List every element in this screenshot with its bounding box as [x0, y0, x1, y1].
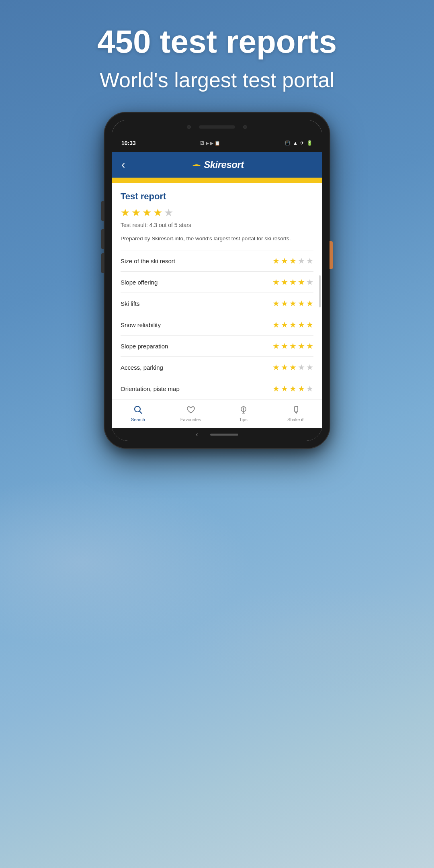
nav-search[interactable]: Search	[112, 405, 164, 422]
search-label: Search	[131, 417, 145, 422]
content-area: Test report ★ ★ ★ ★ ★ Test result: 4.3 o…	[112, 183, 322, 399]
rating-stars-orientation: ★ ★ ★ ★ ★	[272, 385, 313, 393]
rating-label-slope: Slope offering	[121, 279, 158, 286]
back-button[interactable]: ‹	[118, 156, 128, 174]
camera-dot-2	[243, 125, 247, 129]
nav-tips[interactable]: Tips	[217, 405, 270, 422]
rating-label-snow: Snow reliability	[121, 321, 161, 328]
rating-stars-access: ★ ★ ★ ★ ★	[272, 363, 313, 371]
nav-favourites[interactable]: Favourites	[164, 405, 217, 422]
app-header: ‹ Skiresort	[112, 152, 322, 178]
rating-stars-snow: ★ ★ ★ ★ ★	[272, 321, 313, 329]
rating-stars-size: ★ ★ ★ ★ ★	[272, 257, 313, 265]
shake-icon	[292, 405, 301, 416]
camera-dot-1	[187, 125, 191, 129]
star-3: ★	[142, 207, 151, 218]
nav-shake[interactable]: Shake it!	[270, 405, 322, 422]
status-bar: 10:33 🖼 ▶ ▶ 📋 📳 ▲ ✈ 🔋	[112, 134, 322, 152]
svg-rect-1	[191, 166, 202, 169]
section-title: Test report	[121, 191, 313, 202]
shake-label: Shake it!	[287, 417, 305, 422]
home-back-icon[interactable]: ‹	[196, 431, 198, 438]
star-2: ★	[131, 207, 141, 218]
logo-text: Skiresort	[204, 159, 244, 170]
rating-text: Test result: 4.3 out of 5 stars	[121, 222, 313, 228]
svg-point-8	[243, 411, 244, 411]
rating-item-snow: Snow reliability ★ ★ ★ ★ ★	[121, 314, 313, 335]
bottom-nav: Search Favourites	[112, 399, 322, 428]
tips-label: Tips	[239, 417, 247, 422]
phone-mockup: 10:33 🖼 ▶ ▶ 📋 📳 ▲ ✈ 🔋 ‹	[104, 113, 330, 448]
scroll-indicator	[319, 275, 321, 307]
star-4: ★	[153, 207, 162, 218]
page-subtitle: World's largest test portal	[0, 68, 434, 92]
status-right-icons: 📳 ▲ ✈ 🔋	[285, 140, 313, 146]
rating-item-prep: Slope preparation ★ ★ ★ ★ ★	[121, 335, 313, 356]
speaker-bar	[199, 125, 235, 129]
rating-label-lifts: Ski lifts	[121, 300, 140, 307]
tips-icon	[239, 405, 248, 416]
rating-stars-slope: ★ ★ ★ ★ ★	[272, 278, 313, 286]
rating-stars-prep: ★ ★ ★ ★ ★	[272, 342, 313, 350]
rating-label-access: Access, parking	[121, 364, 163, 371]
rating-item-orientation: Orientation, piste map ★ ★ ★ ★ ★	[121, 378, 313, 399]
rating-item-access: Access, parking ★ ★ ★ ★ ★	[121, 356, 313, 378]
favourites-label: Favourites	[180, 417, 201, 422]
favourites-icon	[186, 405, 195, 416]
rating-item-lifts: Ski lifts ★ ★ ★ ★ ★	[121, 293, 313, 314]
star-1: ★	[121, 207, 130, 218]
app-logo: Skiresort	[190, 159, 244, 170]
svg-line-3	[139, 411, 142, 414]
svg-rect-9	[295, 406, 298, 412]
rating-label-orientation: Orientation, piste map	[121, 385, 180, 392]
home-indicator[interactable]	[210, 434, 238, 436]
rating-label-prep: Slope preparation	[121, 343, 168, 350]
rating-item-size: Size of the ski resort ★ ★ ★ ★ ★	[121, 250, 313, 271]
status-time: 10:33	[121, 140, 136, 146]
home-bar: ‹	[112, 428, 322, 441]
yellow-stripe	[112, 178, 322, 183]
description-text: Prepared by Skiresort.info, the world's …	[121, 235, 313, 250]
rating-label-size: Size of the ski resort	[121, 258, 175, 264]
status-left-icons: 🖼 ▶ ▶ 📋	[200, 141, 220, 146]
overall-stars: ★ ★ ★ ★ ★	[121, 207, 313, 218]
search-icon	[134, 405, 143, 416]
rating-item-slope: Slope offering ★ ★ ★ ★ ★	[121, 271, 313, 293]
star-5: ★	[164, 207, 173, 218]
rating-stars-lifts: ★ ★ ★ ★ ★	[272, 299, 313, 307]
page-title: 450 test reports	[0, 24, 434, 59]
camera-area	[112, 120, 322, 134]
